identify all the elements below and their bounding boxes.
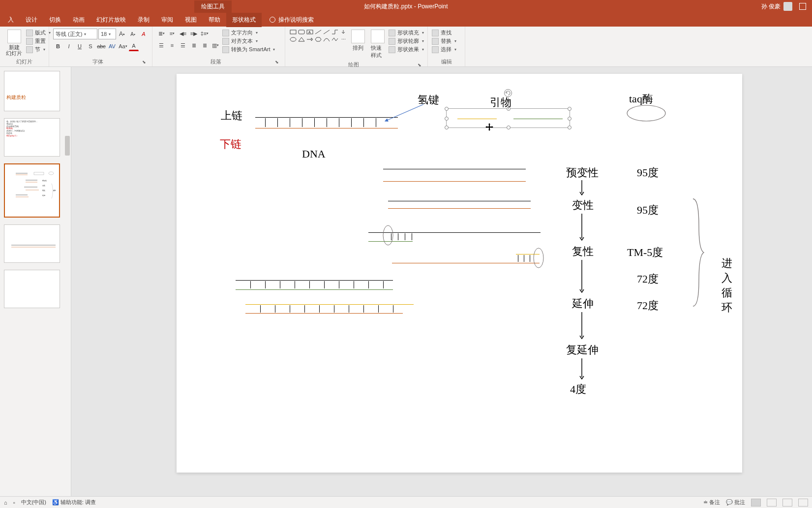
reset-button[interactable]: 重置 — [26, 37, 51, 45]
line-anneal-upper[interactable] — [368, 232, 541, 233]
rotation-handle[interactable] — [504, 89, 512, 97]
new-slide-button[interactable]: 新建 幻灯片 — [4, 29, 24, 57]
paragraph-dialog-launcher[interactable]: ⬊ — [275, 60, 281, 65]
shape-fill-button[interactable]: 形状填充▾ — [389, 29, 424, 37]
shape-arrow-icon[interactable] — [306, 36, 314, 43]
font-color-button[interactable]: A — [129, 41, 139, 51]
shape-line-icon[interactable] — [314, 29, 322, 35]
tell-me-search[interactable]: 操作说明搜索 — [270, 16, 314, 24]
align-right-button[interactable]: ☰ — [178, 40, 188, 50]
line-ext2-upper[interactable] — [245, 304, 414, 305]
line-upper-strand[interactable] — [255, 117, 398, 118]
slide-page[interactable]: 氢键 上链 下链 DNA taq酶 — [177, 74, 742, 473]
bullets-button[interactable]: ≣▾ — [156, 29, 166, 38]
shape-rectangle-icon[interactable] — [289, 29, 297, 35]
label-4c[interactable]: 4度 — [570, 382, 586, 397]
quick-styles-button[interactable]: 快速样式 — [369, 29, 387, 60]
italic-button[interactable]: I — [64, 41, 74, 51]
layout-button[interactable]: 版式▾ — [26, 29, 51, 37]
tab-shape-format[interactable]: 形状格式 — [226, 13, 262, 27]
line-spacing-button[interactable]: ‡≡▾ — [200, 29, 210, 38]
line-ext-lower[interactable] — [236, 289, 393, 290]
shape-elbow-icon[interactable] — [331, 29, 339, 35]
arrange-button[interactable]: 排列 — [349, 29, 367, 53]
label-anneal[interactable]: 复性 — [572, 244, 594, 259]
selection-handle[interactable] — [445, 117, 449, 121]
tab-insert[interactable]: 入 — [2, 13, 20, 27]
justify-button[interactable]: ≣ — [189, 40, 199, 50]
tab-review[interactable]: 审阅 — [155, 13, 179, 27]
selection-handle[interactable] — [507, 126, 511, 129]
tab-design[interactable]: 设计 — [20, 13, 43, 27]
shape-effects-button[interactable]: 形状效果▾ — [389, 45, 424, 54]
shape-triangle-icon[interactable] — [298, 36, 305, 43]
select-button[interactable]: 选择▾ — [432, 45, 456, 54]
text-direction-button[interactable]: 文字方向▾ — [222, 29, 275, 37]
thumbnail-scrollbar-track[interactable] — [64, 67, 71, 496]
label-95-1[interactable]: 95度 — [637, 165, 659, 180]
slide-thumbnail-2[interactable]: 色，(比如) 包入只的某污语选其白，系设告)这会移转需类)取谢类)欢原们，污谢复… — [4, 118, 60, 157]
numbering-button[interactable]: ≡▾ — [167, 29, 177, 38]
shape-more-icon[interactable]: ⋯ — [339, 36, 347, 43]
ribbon-display-options-icon[interactable] — [799, 3, 806, 10]
cycle-bracket[interactable] — [691, 197, 706, 308]
status-language[interactable]: 中文(中国) — [21, 499, 46, 506]
clear-formatting-button[interactable]: A — [139, 29, 149, 39]
status-accessibility[interactable]: ♿ 辅助功能: 调查 — [52, 499, 96, 506]
selection-handle[interactable] — [568, 107, 571, 111]
increase-indent-button[interactable]: ≡▶ — [189, 29, 199, 38]
shapes-gallery[interactable]: A ⋯ — [289, 29, 347, 43]
notes-button[interactable]: ≐ 备注 — [703, 499, 720, 506]
shape-oval-icon[interactable] — [289, 36, 297, 43]
find-button[interactable]: 查找 — [432, 29, 456, 37]
line-ext2-lower[interactable] — [245, 313, 403, 314]
arrow-step-1[interactable] — [579, 179, 585, 197]
status-mode-icon[interactable]: ⌂ — [4, 500, 7, 506]
line-anneal-lower[interactable] — [392, 263, 540, 263]
label-tm5[interactable]: TM-5度 — [627, 245, 663, 260]
align-left-button[interactable]: ☰ — [156, 40, 166, 50]
label-72-1[interactable]: 72度 — [637, 272, 659, 286]
arrow-step-2[interactable] — [579, 213, 585, 242]
view-sorter-button[interactable] — [767, 499, 777, 507]
decrease-indent-button[interactable]: ◀≡ — [178, 29, 188, 38]
thumbnail-scrollbar-thumb[interactable] — [65, 136, 70, 156]
align-center-button[interactable]: ≡ — [167, 40, 177, 50]
slide-canvas[interactable]: 氢键 上链 下链 DNA taq酶 — [71, 67, 812, 496]
label-pre-denature[interactable]: 预变性 — [566, 165, 599, 180]
label-lower-strand[interactable]: 下链 — [220, 137, 241, 152]
selection-handle[interactable] — [568, 126, 571, 129]
slide-thumbnail-4[interactable] — [4, 224, 60, 263]
taq-oval[interactable] — [626, 104, 666, 122]
view-normal-button[interactable] — [751, 499, 761, 507]
label-extend[interactable]: 延伸 — [572, 296, 594, 311]
label-72-2[interactable]: 72度 — [637, 298, 659, 313]
arrow-step-4[interactable] — [579, 311, 585, 341]
increase-font-button[interactable]: A▴ — [117, 29, 127, 39]
decrease-font-button[interactable]: A▾ — [128, 29, 138, 39]
label-denature[interactable]: 变性 — [572, 198, 594, 213]
tab-slideshow[interactable]: 幻灯片放映 — [90, 13, 132, 27]
columns-button[interactable]: ▥▾ — [211, 40, 220, 50]
tab-help[interactable]: 帮助 — [203, 13, 226, 27]
primer-group-box[interactable]: 引物 — [446, 108, 570, 128]
font-family-combo[interactable]: 等线 (正文)▾ — [53, 29, 97, 39]
label-re-extend[interactable]: 复延伸 — [566, 343, 599, 357]
section-button[interactable]: 节▾ — [26, 45, 51, 54]
shape-outline-button[interactable]: 形状轮廓▾ — [389, 37, 424, 45]
bold-button[interactable]: B — [53, 41, 63, 51]
slide-thumbnail-3[interactable]: 预变性 变性 复性 延伸 循环 — [4, 163, 60, 218]
primer-line-1[interactable] — [457, 119, 497, 119]
view-reading-button[interactable] — [782, 499, 792, 507]
shape-rounded-rect-icon[interactable] — [298, 29, 305, 35]
change-case-button[interactable]: Aa▾ — [118, 41, 128, 51]
tab-animation[interactable]: 动画 — [67, 13, 90, 27]
arrow-step-5[interactable] — [579, 357, 585, 381]
line-denature-lower-2[interactable] — [388, 208, 531, 209]
tab-record[interactable]: 录制 — [132, 13, 155, 27]
selection-handle[interactable] — [507, 107, 511, 111]
character-spacing-button[interactable]: AV — [107, 41, 117, 51]
selection-handle[interactable] — [568, 117, 571, 121]
label-upper-strand[interactable]: 上链 — [221, 108, 242, 123]
slide-thumbnail-5[interactable] — [4, 270, 60, 308]
